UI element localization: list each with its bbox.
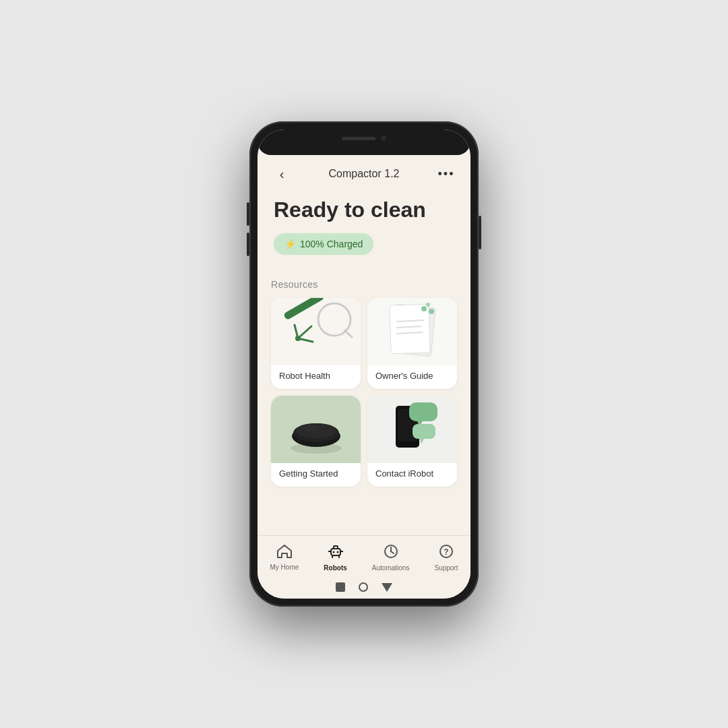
nav-label-support: Support [434,564,458,572]
svg-rect-24 [413,424,435,439]
svg-marker-25 [420,439,424,444]
nav-label-my-home: My Home [270,564,299,571]
svg-point-4 [295,336,301,341]
svg-rect-27 [334,546,338,549]
phone-frame: ‹ Compactor 1.2 ••• Ready to clean ⚡ 100… [249,121,479,607]
robots-icon [328,544,343,562]
nav-item-robots[interactable]: Robots [317,541,353,574]
owners-guide-label: Owner's Guide [367,365,457,389]
app-content: ‹ Compactor 1.2 ••• Ready to clean ⚡ 100… [257,155,471,535]
svg-rect-8 [389,304,429,354]
nav-square-button[interactable] [336,582,345,592]
status-title: Ready to clean [274,197,454,222]
resources-label: Resources [271,279,457,290]
robot-health-illustration [279,298,353,365]
resources-grid: Robot Health [271,298,457,487]
bottom-nav: My Home Robots [257,535,471,578]
volume-up-button [247,202,249,226]
app-header: ‹ Compactor 1.2 ••• [257,155,471,190]
main-section: Ready to clean ⚡ 100% Charged [257,190,471,279]
more-button[interactable]: ••• [435,163,457,185]
svg-line-36 [391,551,394,553]
battery-icon: ⚡ [284,239,296,249]
getting-started-illustration [279,396,353,463]
phone-screen: ‹ Compactor 1.2 ••• Ready to clean ⚡ 100… [257,129,471,599]
speaker [342,137,375,140]
home-indicator-area [257,578,471,599]
battery-badge: ⚡ 100% Charged [274,233,373,255]
svg-text:?: ? [444,547,448,557]
nav-item-support[interactable]: ? Support [427,541,464,574]
nav-item-automations[interactable]: Automations [365,541,417,574]
robot-health-image [271,298,361,365]
contact-irobot-image [367,396,457,463]
svg-point-13 [429,309,434,314]
support-icon: ? [439,544,454,562]
getting-started-label: Getting Started [271,463,361,487]
battery-text: 100% Charged [300,239,363,249]
home-icon [277,545,292,562]
svg-point-14 [426,303,430,307]
svg-point-29 [336,551,338,553]
contact-irobot-card[interactable]: Contact iRobot [367,396,457,487]
owners-guide-illustration [375,298,450,365]
nav-item-my-home[interactable]: My Home [264,542,306,574]
svg-line-6 [344,330,352,337]
nav-label-robots: Robots [324,564,346,572]
svg-line-1 [298,326,311,338]
header-title: Compactor 1.2 [329,168,400,180]
owners-guide-image [367,298,457,365]
back-button[interactable]: ‹ [271,163,293,185]
robot-health-card[interactable]: Robot Health [271,298,361,389]
robot-health-label: Robot Health [271,365,361,389]
svg-point-12 [421,306,427,311]
svg-rect-22 [409,402,437,421]
resources-section: Resources [257,279,471,497]
svg-rect-26 [331,549,340,555]
svg-point-19 [303,425,320,431]
volume-down-button [247,233,249,256]
getting-started-card[interactable]: Getting Started [271,396,361,487]
contact-irobot-illustration [375,396,450,463]
svg-point-28 [332,551,334,553]
notch-area [257,129,471,155]
owners-guide-card[interactable]: Owner's Guide [367,298,457,389]
power-button [479,216,481,249]
nav-home-button[interactable] [359,582,368,592]
front-camera [381,135,386,141]
automations-icon [384,544,398,562]
nav-back-button[interactable] [382,583,392,592]
getting-started-image [271,396,361,463]
contact-irobot-label: Contact iRobot [367,463,457,487]
notch [324,129,404,147]
nav-label-automations: Automations [372,564,410,572]
